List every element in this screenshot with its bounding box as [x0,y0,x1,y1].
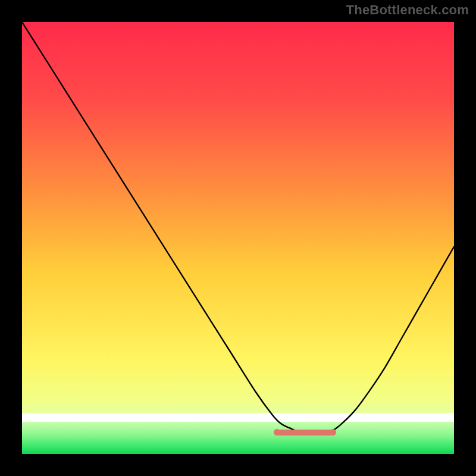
left-curve [22,22,316,433]
optimal-range-endpoint [274,429,280,436]
bottleneck-curves [22,22,454,454]
chart-frame: TheBottleneck.com [0,0,476,476]
watermark-text: TheBottleneck.com [346,2,469,18]
right-curve [316,247,454,433]
optimal-range-band [277,430,333,436]
plot-area [22,22,454,454]
